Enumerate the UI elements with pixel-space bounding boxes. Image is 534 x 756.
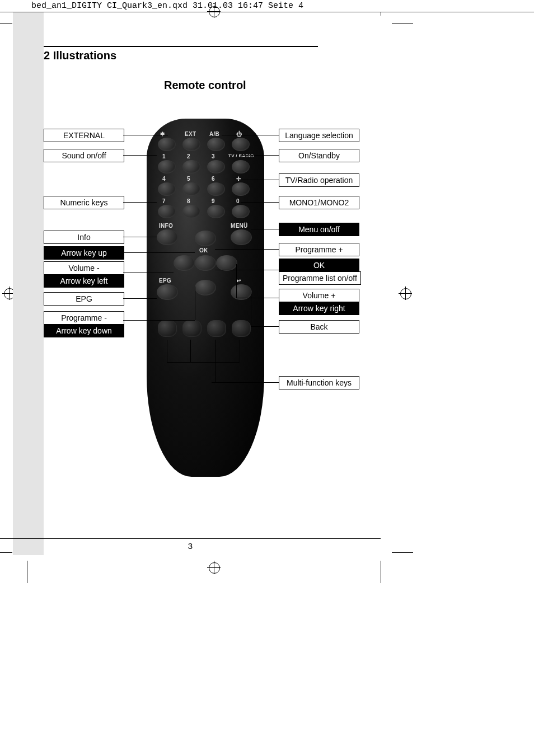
- left-button[interactable]: [174, 255, 195, 271]
- crop-mark: [392, 552, 413, 553]
- leader-line: [241, 155, 279, 156]
- callout-menu: Menu on/off: [279, 223, 359, 236]
- callout-ok: OK: [279, 259, 359, 272]
- section-heading: 2 Illustrations: [44, 49, 380, 62]
- leader-line: [251, 326, 279, 327]
- leader-line: [123, 273, 174, 273]
- num-label: 4: [162, 176, 166, 182]
- func-yellow-button[interactable]: [207, 320, 226, 337]
- callout-sound: Sound on/off: [44, 149, 124, 162]
- num-1-button[interactable]: [158, 160, 176, 173]
- leader-line: [212, 382, 279, 383]
- leader-line: [236, 298, 279, 298]
- registration-mark: [207, 561, 221, 574]
- crop-mark: [381, 12, 381, 16]
- leader-line: [123, 320, 195, 321]
- num-5-button[interactable]: [182, 182, 200, 196]
- func-blue-button[interactable]: [232, 320, 251, 337]
- callout-info: Info: [44, 231, 124, 244]
- leader-line: [123, 135, 168, 135]
- figure-title: Remote control: [164, 79, 380, 92]
- callout-prog-minus: Programme -: [44, 311, 124, 325]
- source-file-header: bed_an1_DIGITY CI_Quark3_en.qxd 31.01.03…: [0, 0, 534, 12]
- leader-line: [240, 340, 240, 362]
- info-label: INFO: [159, 223, 173, 229]
- callout-tvradio: TV/Radio operation: [279, 173, 359, 187]
- crop-mark: [392, 24, 413, 24]
- num-2-button[interactable]: [182, 160, 200, 173]
- callout-mono: MONO1/MONO2: [279, 196, 359, 209]
- right-button[interactable]: [216, 255, 237, 271]
- leader-line: [123, 298, 157, 299]
- callout-proglist: Programme list on/off: [279, 271, 361, 285]
- num-3-button[interactable]: [207, 160, 225, 173]
- tvradio-button[interactable]: [232, 160, 250, 173]
- epg-button[interactable]: [157, 284, 178, 300]
- heading-rule: [44, 46, 318, 47]
- num-label: 9: [212, 198, 215, 204]
- leader-line: [123, 252, 195, 253]
- ext-label: EXT: [185, 131, 196, 137]
- leader-line: [241, 180, 279, 180]
- leader-line: [123, 202, 157, 203]
- registration-mark: [399, 287, 412, 300]
- callout-vol-minus: Volume -: [44, 261, 124, 275]
- leader-line: [236, 264, 237, 298]
- callout-language: Language selection: [279, 129, 359, 142]
- ok-button[interactable]: [195, 255, 216, 271]
- callout-prog-plus: Programme +: [279, 243, 359, 256]
- num-7-button[interactable]: [158, 205, 176, 218]
- func-green-button[interactable]: [182, 320, 202, 337]
- soundmode-button[interactable]: [232, 182, 250, 196]
- leader-line: [215, 249, 279, 250]
- mute-button[interactable]: [158, 138, 176, 151]
- callout-external: EXTERNAL: [44, 129, 124, 142]
- callout-multifunction: Multi-function keys: [279, 376, 359, 389]
- num-label: 3: [212, 153, 215, 159]
- menu-button[interactable]: [231, 229, 252, 245]
- mute-icon: ✱: [160, 131, 165, 137]
- num-0-button[interactable]: [232, 205, 250, 218]
- leader-line: [123, 237, 157, 237]
- num-label: 7: [162, 198, 166, 204]
- ext-button[interactable]: [182, 138, 200, 151]
- leader-line: [167, 362, 240, 363]
- callout-arrow-up: Arrow key up: [44, 246, 124, 260]
- crop-mark: [27, 561, 27, 583]
- leader-line: [215, 270, 279, 270]
- callout-arrow-down: Arrow key down: [44, 324, 124, 337]
- page: 2 Illustrations Remote control ✱ EXT A/B…: [0, 12, 534, 740]
- num-6-button[interactable]: [207, 182, 225, 196]
- leader-line: [195, 287, 195, 320]
- num-4-button[interactable]: [158, 182, 176, 196]
- margin-gutter: [13, 12, 44, 555]
- callout-arrow-right: Arrow key right: [279, 302, 359, 315]
- leader-line: [123, 155, 157, 156]
- num-label: 1: [162, 153, 166, 159]
- num-9-button[interactable]: [207, 205, 225, 218]
- down-button[interactable]: [195, 280, 216, 295]
- leader-line: [215, 340, 216, 382]
- callout-back: Back: [279, 320, 359, 334]
- info-button[interactable]: [157, 229, 178, 245]
- content-column: 2 Illustrations Remote control: [44, 46, 380, 92]
- leader-line: [190, 340, 191, 362]
- num-label: 0: [236, 198, 240, 204]
- leader-line: [167, 340, 167, 362]
- power-button[interactable]: [232, 138, 250, 151]
- callout-vol-plus: Volume +: [279, 289, 359, 302]
- num-label: 2: [187, 153, 190, 159]
- num-label: 8: [187, 198, 190, 204]
- callout-epg: EPG: [44, 292, 124, 306]
- soundmode-label: ✢: [236, 176, 241, 182]
- remote-diagram: ✱ EXT A/B ⏻ 1 2 3 TV / RADIO 4 5 6 ✢: [44, 119, 380, 510]
- callout-standby: On/Standby: [279, 149, 359, 162]
- ab-button[interactable]: [207, 138, 225, 151]
- leader-line: [222, 135, 279, 135]
- up-button[interactable]: [195, 231, 216, 246]
- num-8-button[interactable]: [182, 205, 200, 218]
- ok-label: OK: [199, 247, 208, 253]
- num-label: 6: [212, 176, 215, 182]
- callout-arrow-left: Arrow key left: [44, 274, 124, 288]
- func-red-button[interactable]: [158, 320, 177, 337]
